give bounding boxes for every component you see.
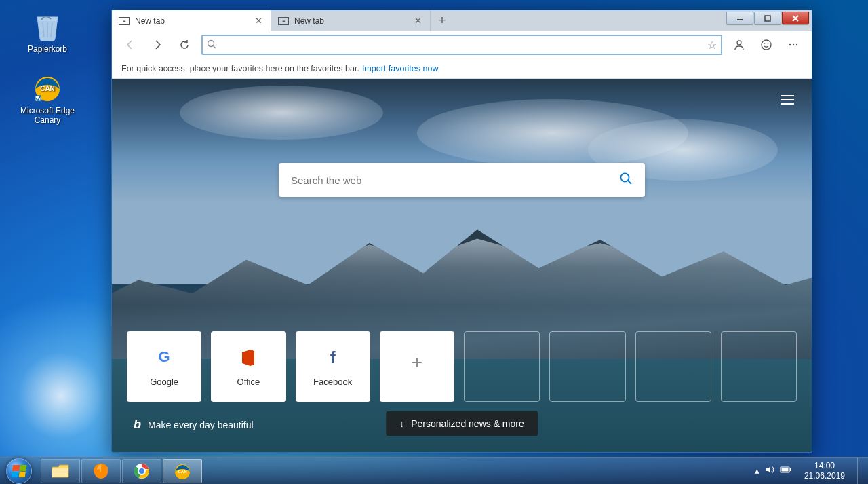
ntp-search-box[interactable] (279, 163, 645, 197)
svg-point-10 (768, 43, 769, 44)
window-close-button[interactable] (782, 12, 809, 24)
refresh-button[interactable] (172, 33, 197, 57)
tile-add[interactable]: + (380, 331, 454, 402)
favorites-bar: For quick access, place your favorites h… (112, 58, 812, 79)
svg-text:G: G (159, 349, 170, 365)
tab-close-button[interactable]: ✕ (413, 16, 423, 26)
tile-label: Google (150, 377, 178, 387)
show-desktop-button[interactable] (857, 458, 864, 484)
tray-clock[interactable]: 14:00 21.06.2019 (799, 461, 850, 481)
tab-close-button[interactable]: ✕ (254, 16, 264, 26)
news-expand-button[interactable]: ↓ Personalized news & more (386, 411, 538, 436)
start-button[interactable] (0, 458, 38, 484)
svg-rect-24 (790, 468, 791, 471)
recycle-bin-icon (31, 10, 64, 42)
new-tab-button[interactable]: + (431, 10, 454, 31)
arrow-down-icon: ↓ (399, 418, 404, 429)
firefox-icon (92, 462, 110, 480)
search-icon (207, 39, 216, 51)
svg-point-7 (737, 41, 741, 45)
svg-line-15 (628, 181, 631, 184)
plus-icon: + (412, 352, 422, 373)
google-icon: G (155, 347, 173, 369)
tray-time: 14:00 (804, 461, 845, 471)
import-favorites-link[interactable]: Import favorites now (362, 64, 439, 73)
edge-canary-icon: CAN (173, 462, 192, 480)
tab-title: New tab (135, 16, 248, 26)
favorite-star-icon[interactable]: ☆ (707, 39, 717, 52)
tab-1[interactable]: ••• New tab ✕ (112, 10, 271, 31)
svg-point-8 (762, 40, 771, 50)
news-caption-text: Personalized news & more (411, 418, 524, 429)
svg-rect-4 (765, 16, 770, 21)
browser-window: ••• New tab ✕ ••• New tab ✕ + (111, 10, 812, 453)
bing-caption-text: Make every day beautiful (148, 420, 254, 430)
url-input[interactable] (220, 39, 707, 50)
toolbar: ☆ (112, 31, 812, 58)
edge-canary-icon: CAN (31, 71, 64, 104)
tile-facebook[interactable]: f Facebook (296, 331, 370, 402)
favorites-bar-text: For quick access, place your favorites h… (121, 64, 359, 73)
ntp-search-input[interactable] (291, 174, 619, 186)
ntp-settings-button[interactable] (781, 92, 794, 107)
desktop-icon-recycle-bin[interactable]: Papierkorb (7, 5, 88, 58)
taskbar: CAN ▴ 14:00 21.06.2019 (0, 457, 868, 484)
bing-caption[interactable]: b Make every day beautiful (134, 417, 254, 432)
svg-point-12 (793, 44, 794, 45)
taskbar-item-edge-canary[interactable]: CAN (163, 459, 202, 483)
profile-button[interactable] (726, 33, 752, 57)
svg-point-14 (621, 173, 629, 181)
tile-empty[interactable] (464, 331, 540, 402)
svg-point-20 (138, 468, 145, 474)
desktop-icon-label: Papierkorb (28, 44, 67, 54)
svg-text:CAN: CAN (178, 470, 187, 474)
desktop-icon-label: Microsoft Edge Canary (8, 106, 87, 125)
minimize-button[interactable] (726, 12, 753, 24)
tab-2[interactable]: ••• New tab ✕ (271, 10, 431, 31)
svg-rect-17 (52, 468, 68, 477)
tray-date: 21.06.2019 (804, 471, 845, 481)
page-icon: ••• (119, 17, 130, 25)
desktop-icon-edge-canary[interactable]: CAN Microsoft Edge Canary (7, 67, 88, 129)
taskbar-item-firefox[interactable] (81, 459, 121, 483)
office-icon (240, 347, 256, 369)
file-explorer-icon (51, 463, 70, 479)
svg-point-13 (796, 44, 797, 45)
new-tab-page: G Google Office f Facebook + (112, 79, 812, 452)
tray-overflow-icon[interactable]: ▴ (755, 466, 760, 476)
svg-point-5 (208, 40, 214, 46)
svg-line-6 (214, 45, 216, 48)
bing-icon: b (134, 417, 141, 432)
tab-strip: ••• New tab ✕ ••• New tab ✕ + (112, 10, 812, 31)
battery-icon[interactable] (780, 466, 792, 476)
maximize-button[interactable] (754, 12, 781, 24)
tile-empty[interactable] (635, 331, 711, 402)
quicklink-tiles: G Google Office f Facebook + (127, 331, 797, 402)
facebook-icon: f (330, 347, 336, 369)
tile-office[interactable]: Office (211, 331, 285, 402)
menu-button[interactable] (781, 33, 806, 57)
svg-point-11 (789, 44, 791, 45)
taskbar-item-explorer[interactable] (41, 459, 80, 483)
system-tray: ▴ 14:00 21.06.2019 (751, 458, 868, 484)
feedback-button[interactable] (753, 33, 779, 57)
back-button (117, 33, 143, 57)
tile-label: Facebook (313, 377, 352, 387)
tile-label: Office (237, 377, 260, 387)
svg-text:CAN: CAN (40, 85, 55, 92)
tile-empty[interactable] (721, 331, 797, 402)
page-icon: ••• (278, 17, 289, 25)
tile-google[interactable]: G Google (127, 331, 201, 402)
tab-title: New tab (294, 16, 408, 26)
tile-empty[interactable] (549, 331, 625, 402)
forward-button[interactable] (144, 33, 170, 57)
volume-icon[interactable] (765, 465, 774, 477)
address-bar[interactable]: ☆ (201, 35, 722, 55)
svg-point-9 (764, 43, 766, 44)
svg-rect-25 (781, 468, 788, 472)
search-icon[interactable] (619, 172, 633, 189)
taskbar-item-chrome[interactable] (122, 459, 161, 483)
windows-logo-icon (6, 458, 32, 484)
chrome-icon (133, 462, 151, 480)
